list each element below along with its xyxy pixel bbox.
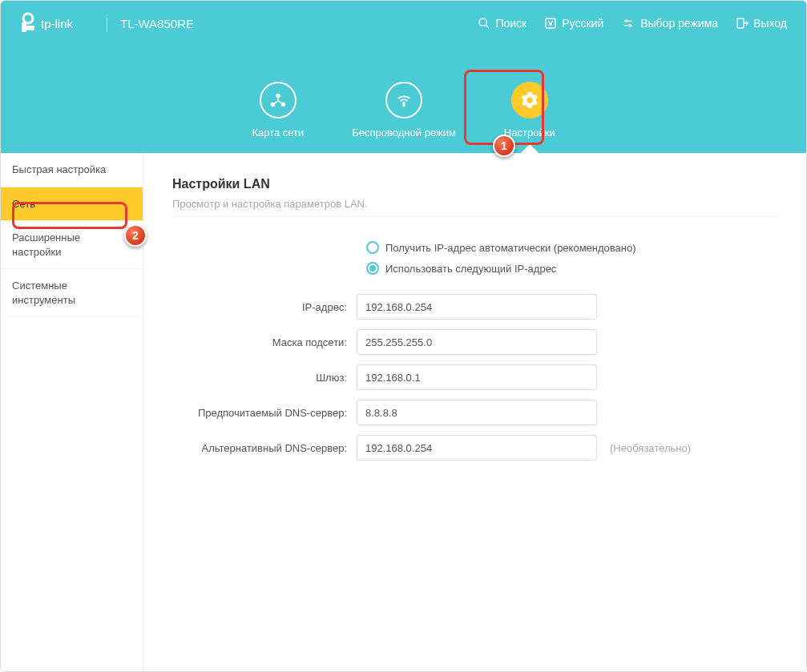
nav-wireless-label: Беспроводной режим — [352, 127, 456, 139]
mode-icon — [621, 17, 636, 30]
svg-point-4 — [479, 18, 486, 26]
logout-link[interactable]: Выход — [736, 17, 787, 30]
page-subtitle: Просмотр и настройка параметров LAN. — [172, 198, 777, 210]
device-model: TL-WA850RE — [120, 17, 194, 30]
nav-settings[interactable]: Настройки — [504, 82, 555, 153]
ip-input[interactable] — [357, 294, 597, 320]
radio-manual-label: Использовать следующий IP-адрес — [385, 263, 556, 275]
dns2-input[interactable] — [357, 435, 597, 461]
network-map-icon — [269, 91, 287, 109]
language-link[interactable]: Русский — [544, 17, 603, 30]
mode-link[interactable]: Выбор режима — [621, 17, 718, 30]
svg-text:tp-link: tp-link — [41, 17, 74, 30]
radio-manual-ip[interactable]: Использовать следующий IP-адрес — [366, 262, 777, 275]
search-label: Поиск — [495, 17, 527, 30]
svg-rect-11 — [737, 18, 744, 28]
sidebar-item-advanced[interactable]: Расширенные настройки — [1, 221, 143, 269]
search-icon — [478, 17, 490, 30]
search-link[interactable]: Поиск — [478, 17, 527, 30]
nav-wireless[interactable]: Беспроводной режим — [352, 82, 456, 153]
language-icon — [544, 17, 557, 30]
svg-line-5 — [486, 25, 489, 28]
dns1-input[interactable] — [357, 400, 597, 425]
radio-auto-label: Получить IP-адрес автоматически (рекомен… — [385, 242, 636, 254]
sidebar: Быстрая настройка Сеть Расширенные настр… — [1, 153, 143, 672]
mask-input[interactable] — [357, 329, 597, 355]
radio-auto-ip[interactable]: Получить IP-адрес автоматически (рекомен… — [366, 241, 777, 254]
ip-label: IP-адрес: — [172, 301, 357, 313]
svg-point-15 — [403, 105, 405, 107]
divider — [172, 216, 777, 217]
brand: tp-link TL-WA850RE — [20, 11, 194, 35]
svg-point-0 — [23, 14, 33, 23]
gateway-input[interactable] — [357, 364, 597, 390]
dns2-optional: (Необязательно) — [597, 442, 691, 454]
radio-icon — [366, 241, 379, 254]
logout-label: Выход — [753, 17, 787, 30]
svg-point-9 — [626, 20, 628, 22]
dns1-label: Предпочитаемый DNS-cервер: — [172, 407, 357, 419]
settings-icon — [521, 91, 539, 109]
language-label: Русский — [562, 17, 603, 30]
nav-network-map[interactable]: Карта сети — [252, 82, 304, 153]
wireless-icon — [395, 91, 413, 109]
dns2-label: Альтернативный DNS-cервер: — [172, 442, 357, 454]
nav-settings-label: Настройки — [504, 127, 555, 139]
logout-icon — [736, 17, 748, 30]
nav-map-label: Карта сети — [252, 127, 304, 139]
sidebar-item-quick-setup[interactable]: Быстрая настройка — [1, 153, 143, 187]
mask-label: Маска подсети: — [172, 336, 357, 348]
gateway-label: Шлюз: — [172, 372, 357, 384]
tplink-logo-icon: tp-link — [20, 11, 94, 35]
sidebar-item-network[interactable]: Сеть — [1, 187, 143, 222]
svg-rect-2 — [26, 26, 34, 30]
mode-label: Выбор режима — [640, 17, 718, 30]
svg-point-10 — [629, 24, 631, 26]
radio-icon — [366, 262, 379, 275]
sidebar-item-system-tools[interactable]: Системные инструменты — [1, 269, 143, 317]
svg-rect-1 — [22, 22, 26, 32]
svg-point-12 — [276, 94, 280, 99]
page-title: Настройки LAN — [172, 177, 777, 191]
